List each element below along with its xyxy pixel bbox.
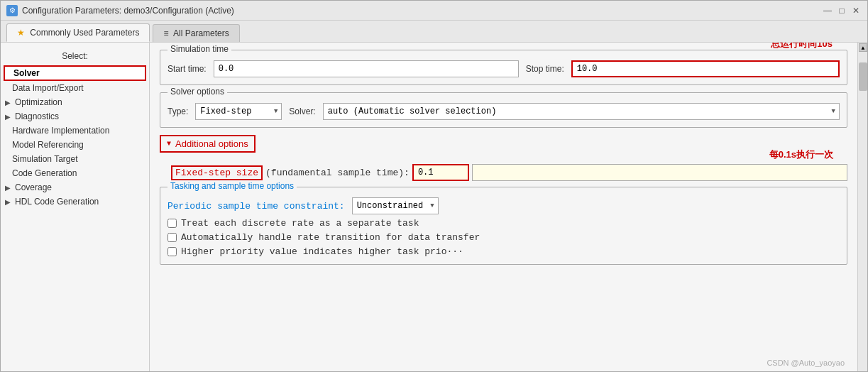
- stop-time-input[interactable]: [571, 60, 840, 77]
- type-label: Type:: [167, 106, 188, 116]
- unconstrained-select-wrapper: Unconstrained Specified: [352, 197, 439, 214]
- checkbox-higher-priority: Higher priority value indicates higher t…: [167, 246, 840, 257]
- sidebar-select-label: Select:: [1, 48, 149, 65]
- tab-menu-icon: ≡: [163, 28, 168, 38]
- sidebar-item-simulation-target[interactable]: Simulation Target: [1, 152, 149, 166]
- sidebar-optimization-label: Optimization: [15, 97, 62, 107]
- minimize-button[interactable]: —: [822, 5, 833, 16]
- tab-commonly-used-label: Commonly Used Parameters: [30, 28, 139, 38]
- tasking-section-label: Tasking and sample time options: [167, 181, 297, 191]
- sidebar-item-code-generation[interactable]: Code Generation: [1, 166, 149, 180]
- fixed-step-parens: (fundamental sample time):: [265, 168, 410, 178]
- sidebar-item-optimization[interactable]: ▶ Optimization: [1, 95, 149, 109]
- sidebar: Select: Solver Data Import/Export ▶ Opti…: [1, 43, 150, 371]
- solver-options-section: Solver options Type: Fixed-step Variable…: [160, 92, 847, 128]
- periodic-constraint-select[interactable]: Unconstrained Specified: [352, 197, 439, 214]
- title-bar-controls: — □ ✕: [822, 5, 862, 16]
- sidebar-coverage-label: Coverage: [15, 182, 52, 192]
- app-icon: ⚙: [6, 5, 18, 16]
- close-button[interactable]: ✕: [850, 5, 862, 16]
- tab-star-icon: ★: [17, 28, 25, 38]
- main-window: ⚙ Configuration Parameters: demo3/Config…: [0, 0, 868, 372]
- main-area: Select: Solver Data Import/Export ▶ Opti…: [1, 43, 867, 371]
- additional-options-header[interactable]: ▼ Additional options: [160, 135, 256, 153]
- sidebar-item-hdl-code-generation[interactable]: ▶ HDL Code Generation: [1, 195, 149, 209]
- fixed-step-size-label: Fixed-step size: [171, 165, 263, 180]
- fixed-step-input[interactable]: [412, 164, 469, 181]
- periodic-row: Periodic sample time constraint: Unconst…: [167, 197, 840, 214]
- maximize-button[interactable]: □: [836, 5, 847, 16]
- periodic-constraint-label: Periodic sample time constraint:: [167, 201, 345, 212]
- discrete-rate-checkbox[interactable]: [167, 219, 177, 228]
- scrollbar-right[interactable]: ▲: [857, 43, 867, 371]
- tab-all-parameters[interactable]: ≡ All Parameters: [153, 24, 239, 42]
- sidebar-simulation-target-label: Simulation Target: [12, 154, 78, 164]
- stop-time-label: Stop time:: [526, 64, 564, 74]
- content-area: Simulation time 总运行时间10s Start time: Sto…: [150, 43, 857, 371]
- annotation-step: 每0.1s执行一次: [769, 148, 833, 161]
- tasking-section: Tasking and sample time options Periodic…: [160, 187, 847, 265]
- higher-priority-checkbox[interactable]: [167, 247, 177, 256]
- sidebar-data-import-export-label: Data Import/Export: [12, 83, 84, 93]
- solver-select-wrapper: auto (Automatic solver selection) discre…: [323, 103, 840, 120]
- csdn-watermark: CSDN @Auto_yaoyao: [767, 359, 845, 367]
- rate-transition-checkbox[interactable]: [167, 233, 177, 242]
- collapse-arrow-icon: ▼: [167, 140, 171, 148]
- solver-options-label: Solver options: [167, 87, 227, 97]
- sidebar-item-solver[interactable]: Solver: [4, 65, 146, 81]
- solver-label: Solver:: [289, 106, 315, 116]
- annotation-total-time: 总运行时间10s: [771, 43, 833, 50]
- expand-diagnostics-icon: ▶: [5, 113, 11, 121]
- sidebar-item-model-referencing[interactable]: Model Referencing: [1, 138, 149, 152]
- start-time-input[interactable]: [214, 60, 519, 77]
- tab-commonly-used[interactable]: ★ Commonly Used Parameters: [6, 23, 150, 42]
- sidebar-item-coverage[interactable]: ▶ Coverage: [1, 180, 149, 195]
- higher-priority-label: Higher priority value indicates higher t…: [181, 246, 463, 257]
- solver-options-row: Type: Fixed-step Variable-step Solver: a…: [167, 103, 840, 120]
- scrollbar-thumb[interactable]: [859, 62, 867, 91]
- sidebar-item-diagnostics[interactable]: ▶ Diagnostics: [1, 109, 149, 124]
- additional-options-section: ▼ Additional options 每0.1s执行一次 Fixed-ste…: [160, 135, 847, 265]
- fixed-step-row: 每0.1s执行一次 Fixed-step size (fundamental s…: [171, 164, 847, 181]
- sidebar-item-data-import-export[interactable]: Data Import/Export: [1, 81, 149, 95]
- window-title: Configuration Parameters: demo3/Configur…: [22, 6, 234, 16]
- scroll-up-button[interactable]: ▲: [859, 43, 867, 52]
- sidebar-solver-label: Solver: [13, 68, 40, 78]
- simulation-time-section: Simulation time 总运行时间10s Start time: Sto…: [160, 50, 847, 85]
- sidebar-hardware-label: Hardware Implementation: [12, 126, 109, 136]
- title-bar: ⚙ Configuration Parameters: demo3/Config…: [1, 1, 867, 21]
- sidebar-code-generation-label: Code Generation: [12, 168, 77, 178]
- additional-options-label: Additional options: [175, 138, 248, 149]
- sidebar-diagnostics-label: Diagnostics: [15, 111, 59, 121]
- expand-optimization-icon: ▶: [5, 99, 11, 106]
- expand-coverage-icon: ▶: [5, 184, 11, 192]
- sidebar-model-referencing-label: Model Referencing: [12, 140, 84, 150]
- type-select[interactable]: Fixed-step Variable-step: [195, 103, 282, 120]
- checkbox-rate-transition: Automatically handle rate transition for…: [167, 232, 840, 243]
- start-time-label: Start time:: [167, 64, 207, 74]
- solver-select[interactable]: auto (Automatic solver selection) discre…: [323, 103, 840, 120]
- title-bar-left: ⚙ Configuration Parameters: demo3/Config…: [6, 5, 234, 16]
- expand-hdl-icon: ▶: [5, 198, 11, 206]
- sim-time-row: 总运行时间10s Start time: Stop time:: [167, 60, 840, 77]
- checkbox-discrete-rate: Treat each discrete rate as a separate t…: [167, 218, 840, 229]
- sidebar-hdl-label: HDL Code Generation: [15, 197, 99, 207]
- tab-all-parameters-label: All Parameters: [173, 28, 229, 38]
- tab-bar: ★ Commonly Used Parameters ≡ All Paramet…: [1, 21, 867, 43]
- fixed-step-rest-input[interactable]: [472, 164, 847, 181]
- type-select-wrapper: Fixed-step Variable-step: [195, 103, 282, 120]
- sidebar-item-hardware-implementation[interactable]: Hardware Implementation: [1, 124, 149, 138]
- discrete-rate-label: Treat each discrete rate as a separate t…: [181, 218, 419, 229]
- simulation-time-label: Simulation time: [167, 44, 231, 54]
- rate-transition-label: Automatically handle rate transition for…: [181, 232, 480, 243]
